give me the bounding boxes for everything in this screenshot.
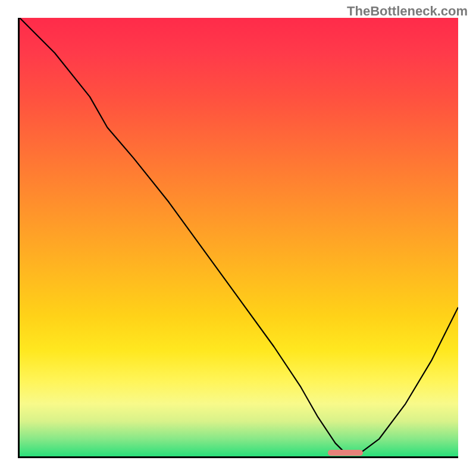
chart-container: TheBottleneck.com [0, 0, 476, 476]
watermark-text: TheBottleneck.com [347, 4, 468, 19]
bottleneck-curve [20, 18, 458, 452]
plot-area [18, 18, 458, 458]
curve-svg [20, 18, 458, 456]
optimum-marker [328, 450, 363, 456]
